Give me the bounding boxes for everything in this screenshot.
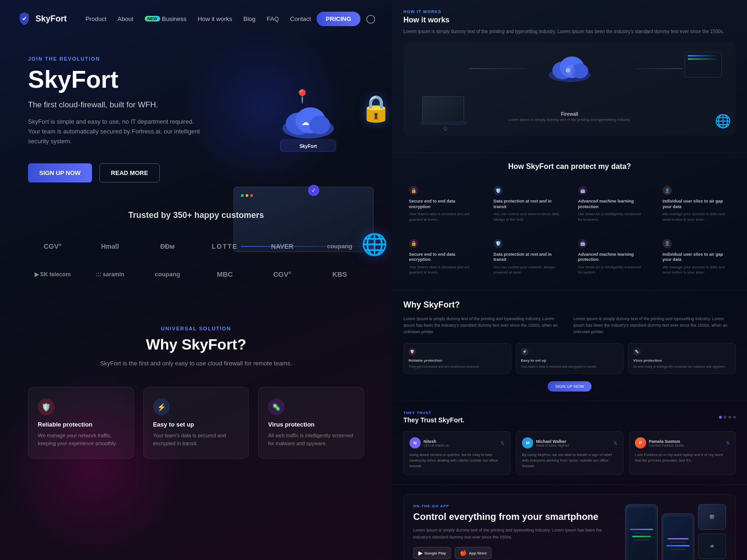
testimonial-0: N Nitesh CEO at Nitesh.us 𝕏 using about … <box>403 431 510 475</box>
dot-1[interactable] <box>719 416 722 419</box>
testimonial-text-1: By using SkyFort, we are able to breath … <box>522 452 617 469</box>
cloud-svg: ☁ <box>280 98 336 140</box>
hs-title-7: Individual user silos to air gap your da… <box>662 252 730 263</box>
nav-product[interactable]: Product <box>85 15 106 22</box>
avatar-1: M <box>522 437 533 448</box>
author-role-2: Founder Fortress Studio <box>649 444 684 447</box>
how-skyfort-panel: How SkyFort can protect my data? 🔒 Secur… <box>392 153 747 290</box>
hs-item-3: 👤 Individual user silos to air gap your … <box>657 180 736 228</box>
user-icon[interactable]: ◯ <box>366 14 375 24</box>
hs-title-0: Secure end to end data encryption <box>409 199 477 210</box>
feature-title-0: Reliable protection <box>38 421 124 428</box>
logo[interactable]: SkyFort <box>17 11 67 26</box>
brand-skt: ▶ SK telecom <box>26 265 79 284</box>
diagram-router <box>684 52 722 84</box>
how-title: How it works <box>403 16 736 24</box>
nav-contact[interactable]: Contact <box>290 15 311 22</box>
hero-desc: SkyFort is simple and easy to use, no IT… <box>28 117 205 146</box>
phone-line-1 <box>630 529 653 530</box>
hs-title-5: Data protection at rest and in transit <box>493 252 561 263</box>
hs-title-4: Secure end to end data encryption <box>409 252 477 263</box>
feature-icon-virus: 🦠 <box>268 399 285 415</box>
why-feature-icon-1: ⚡ <box>521 348 529 356</box>
brand-saramin: ::: saramin <box>84 265 136 284</box>
testimonial-header-0: N Nitesh CEO at Nitesh.us 𝕏 <box>409 437 504 448</box>
smartphone-content: ON-THE-GO APP Control everything from yo… <box>403 494 736 560</box>
phone-screen-2 <box>664 517 692 560</box>
svg-point-3 <box>310 116 330 134</box>
dot-2[interactable] <box>724 416 726 419</box>
lock-icon: 🔒 <box>360 93 392 124</box>
hs-icon-7: 👤 <box>662 239 672 248</box>
feature-icon-protection: 🛡️ <box>38 399 55 415</box>
why-feature-title-1: Easy to set up <box>521 358 619 363</box>
hs-desc-3: We manage your account to links and send… <box>662 211 730 222</box>
google-play-icon: ▶ <box>418 550 423 556</box>
why-feature-desc-2: All web really is intelligently screened… <box>633 364 731 369</box>
author-role-0: CEO at Nitesh.us <box>423 444 449 447</box>
connector-right <box>635 68 682 69</box>
feature-desc-0: We manage your network traffic, keeping … <box>38 432 124 447</box>
smartphone-desc: Lorem ipsum is simply dummy text of the … <box>413 527 616 540</box>
hs-icon-1: 🛡️ <box>493 186 503 195</box>
hs-icon-3: 👤 <box>662 186 672 195</box>
why-desc: SkyFort is the first and only easy to us… <box>28 359 364 369</box>
app-store-label: App Store <box>469 551 486 555</box>
phone-line-2 <box>632 536 651 537</box>
twitter-icon-2: 𝕏 <box>726 441 730 446</box>
smartphone-text: ON-THE-GO APP Control everything from yo… <box>413 504 616 559</box>
why-col-desc2: Lorem ipsum is simply dummy text of the … <box>573 315 736 336</box>
brand-cgv-1: CGV° <box>26 237 79 256</box>
hero-buttons: SIGN UP NOW READ MORE <box>28 163 238 182</box>
navbar: SkyFort Product About NEW Business How i… <box>0 0 392 37</box>
hs-title-2: Advanced machine learning protection <box>578 199 646 210</box>
google-play-badge[interactable]: ▶ Google Play <box>413 547 451 559</box>
why-feature-title-2: Virus protection <box>633 358 731 363</box>
smartphone-panel: ON-THE-GO APP Control everything from yo… <box>392 484 747 560</box>
brand-naver: NAVER <box>256 237 309 256</box>
feature-card-1: ⚡ Easy to set up Your team's data is sec… <box>143 387 249 459</box>
why-signup-button[interactable]: SIGN UP NOW <box>548 381 591 392</box>
why-feature-icon-0: 🛡️ <box>409 348 416 356</box>
hs-item-7: 👤 Individual user silos to air gap your … <box>657 233 736 281</box>
how-skyfort-grid: 🔒 Secure end to end data encryption Your… <box>403 180 736 281</box>
phone-line-sm-4 <box>670 549 686 550</box>
app-store-badge[interactable]: 🍎 App Store <box>455 547 492 559</box>
author-name-2: Pamela Suetom <box>649 439 684 444</box>
dot-4[interactable] <box>733 416 736 419</box>
app-badges: ▶ Google Play 🍎 App Store <box>413 547 616 559</box>
hs-item-4: 🔒 Secure end to end data encryption Your… <box>403 233 482 281</box>
feature-desc-2: All web traffic is intelligently screene… <box>268 432 354 447</box>
nav-actions: PRICING ◯ <box>317 12 375 26</box>
hs-desc-2: Our smart A/I is intelligently enhanced … <box>578 211 646 222</box>
app-store-icon: 🍎 <box>460 550 467 556</box>
left-panel: SkyFort Product About NEW Business How i… <box>0 0 392 560</box>
svg-text:⚙: ⚙ <box>565 67 571 74</box>
dot-3[interactable] <box>728 416 731 419</box>
feature-card-0: 🛡️ Reliable protection We manage your ne… <box>28 387 134 459</box>
hs-item-5: 🛡️ Data protection at rest and in transi… <box>488 233 567 281</box>
readmore-button[interactable]: READ MORE <box>99 163 160 182</box>
nav-faq[interactable]: FAQ <box>267 15 279 22</box>
hs-desc-6: Our smart A/I is intelligently enhanced … <box>578 265 646 275</box>
hs-desc-7: We manage your account to links and send… <box>662 265 730 275</box>
connector-left <box>469 68 525 69</box>
signup-button[interactable]: SIGN UP NOW <box>28 163 92 182</box>
nav-howitworks[interactable]: How it works <box>198 15 233 22</box>
nav-blog[interactable]: Blog <box>243 15 255 22</box>
right-panel: HOW IT WORKS How it works Lorem ipsum is… <box>392 0 747 560</box>
brand-cgv-2: CGV° <box>256 265 309 284</box>
feature-icon-setup: ⚡ <box>153 399 170 415</box>
phone-stack-right: 📊 ☁️ <box>698 504 726 560</box>
hs-item-2: 🤖 Advanced machine learning protection O… <box>572 180 651 228</box>
pricing-button[interactable]: PRICING <box>317 12 360 26</box>
nav-about[interactable]: About <box>118 15 134 22</box>
hs-item-6: 🤖 Advanced machine learning protection O… <box>572 233 651 281</box>
hs-title-6: Advanced machine learning protection <box>578 252 646 263</box>
nav-business[interactable]: NEW Business <box>145 15 187 22</box>
feature-card-2: 🦠 Virus protection All web traffic is in… <box>258 387 364 459</box>
twitter-icon-1: 𝕏 <box>613 441 617 446</box>
phone-line-purple <box>668 538 689 539</box>
hs-desc-4: Your team's data is decoded and are guar… <box>409 265 477 275</box>
phone-line-sm-2 <box>634 539 650 540</box>
